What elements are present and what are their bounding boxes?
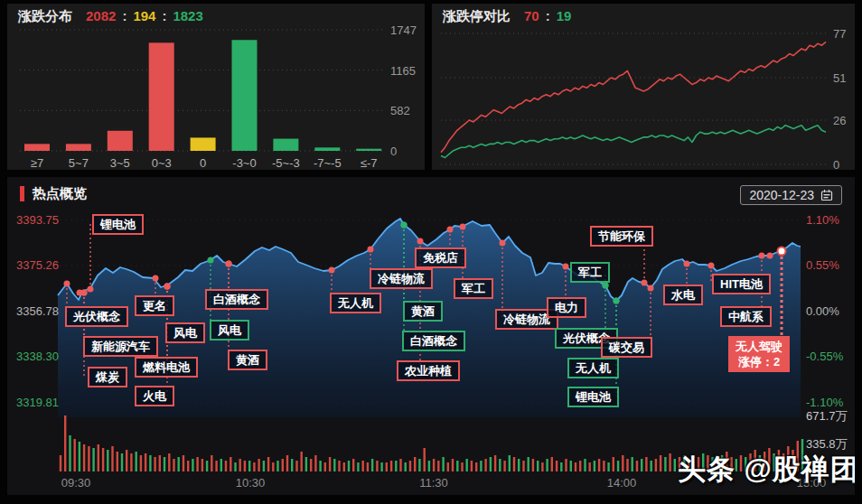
hotspot-header: 热点概览: [20, 185, 87, 202]
hotspot-tag[interactable]: HIT电池: [712, 274, 771, 294]
hotspot-tag[interactable]: 免税店: [415, 247, 466, 268]
svg-text:3~5: 3~5: [110, 156, 130, 170]
time-axis-label: 09:30: [61, 476, 91, 490]
hotspot-tag[interactable]: 白酒概念: [402, 331, 465, 351]
hotspot-tag[interactable]: 光伏概念: [65, 306, 128, 327]
time-axis-label: 11:30: [419, 476, 448, 490]
price-axis-label: 3393.75: [16, 213, 59, 228]
panel-limit-compare: 涨跌停对比 70 : 19 0265177: [432, 4, 855, 170]
limit-compare-header: 涨跌停对比 70 : 19: [443, 7, 571, 25]
volume-axis-label: 335.8万: [806, 437, 848, 452]
panel-hotspot-overview: 热点概览 2020-12-23 3393.753375.263356.78333…: [7, 177, 855, 495]
hotspot-tag[interactable]: 煤炭: [88, 367, 127, 387]
limit-compare-title: 涨跌停对比: [443, 7, 511, 25]
svg-text:≤-7: ≤-7: [361, 156, 378, 170]
distribution-header: 涨跌分布 2082 : 194 : 1823: [18, 7, 203, 25]
limit-compare-line-chart: 0265177: [432, 4, 855, 170]
hotspot-title: 热点概览: [33, 185, 87, 202]
limit-down-count: 19: [557, 7, 572, 25]
svg-text:-5~-3: -5~-3: [272, 156, 300, 170]
svg-text:1747: 1747: [390, 23, 417, 37]
percent-axis-label: 0.55%: [806, 258, 839, 273]
separator: :: [122, 7, 126, 25]
percent-axis-label: 1.10%: [806, 213, 839, 228]
svg-text:0: 0: [833, 158, 839, 170]
svg-text:26: 26: [833, 114, 846, 127]
hotspot-tag[interactable]: 锂电池: [567, 387, 619, 407]
svg-text:5~7: 5~7: [69, 156, 89, 170]
hotspot-tag[interactable]: 锂电池: [92, 214, 144, 235]
svg-text:51: 51: [833, 71, 846, 85]
separator: :: [162, 7, 166, 25]
hotspot-tag[interactable]: 节能环保: [590, 226, 653, 247]
svg-text:1165: 1165: [390, 64, 416, 78]
hotspot-tag[interactable]: 燃料电池: [135, 357, 198, 378]
hotspot-tag[interactable]: 军工: [570, 262, 610, 283]
hotspot-tag[interactable]: 电力: [547, 297, 586, 318]
hotspot-tag[interactable]: 黄酒: [403, 301, 443, 322]
hotspot-tag[interactable]: 风电: [165, 322, 205, 343]
date-value: 2020-12-23: [749, 188, 814, 202]
svg-text:77: 77: [833, 27, 846, 41]
hotspot-tag[interactable]: 农业种植: [397, 360, 460, 381]
decliners-count: 1823: [173, 7, 202, 25]
separator: :: [546, 7, 550, 25]
svg-text:582: 582: [390, 104, 410, 117]
hotspot-tag[interactable]: 黄酒: [228, 350, 267, 370]
hotspot-tag[interactable]: 冷链物流: [370, 268, 433, 289]
time-axis-label: 10:30: [236, 476, 266, 490]
distribution-title: 涨跌分布: [18, 7, 72, 25]
unchanged-count: 194: [133, 7, 155, 25]
volume-axis-label: 671.7万: [806, 409, 848, 424]
hotspot-tag[interactable]: 军工: [454, 278, 493, 299]
hotspot-tag[interactable]: 白酒概念: [205, 289, 268, 310]
hotspot-annotations: 3393.753375.263356.783338.303319.811.10%…: [7, 177, 855, 495]
svg-text:0~3: 0~3: [152, 156, 172, 170]
panel-distribution: 涨跌分布 2082 : 194 : 1823 058211651747≥75~7…: [7, 4, 425, 170]
hotspot-tag[interactable]: 新能源汽车: [83, 336, 158, 357]
svg-text:-7~-5: -7~-5: [314, 156, 342, 170]
hotspot-tag[interactable]: 无人驾驶涨停：2: [728, 336, 790, 372]
hotspot-tag[interactable]: 无人机: [330, 293, 381, 313]
hotspot-tag[interactable]: 中航系: [720, 306, 772, 327]
hotspot-tag[interactable]: 水电: [663, 285, 703, 305]
hotspot-tag[interactable]: 火电: [135, 386, 174, 406]
price-axis-label: 3319.81: [16, 396, 59, 410]
hotspot-tag[interactable]: 碳交易: [601, 337, 652, 358]
time-axis-label: 14:00: [607, 476, 637, 490]
price-axis-label: 3375.26: [16, 258, 59, 273]
price-axis-label: 3338.30: [16, 350, 59, 364]
svg-text:0: 0: [390, 145, 397, 158]
limit-up-count: 70: [524, 7, 539, 25]
date-picker[interactable]: 2020-12-23: [740, 185, 842, 205]
hotspot-tag[interactable]: 更名: [135, 295, 174, 316]
distribution-bar-chart: 058211651747≥75~73~50~30-3~0-5~-3-7~-5≤-…: [7, 4, 425, 170]
panel-accent-bar: [20, 186, 24, 201]
hotspot-tag[interactable]: 风电: [210, 320, 249, 341]
hotspot-tag[interactable]: 无人机: [567, 358, 619, 378]
svg-text:≥7: ≥7: [31, 156, 43, 170]
percent-axis-label: 0.00%: [806, 304, 839, 319]
svg-text:0: 0: [200, 156, 206, 170]
watermark: 头条 @股禅团长: [678, 451, 855, 489]
advancers-count: 2082: [86, 7, 116, 25]
stock-dashboard: 涨跌分布 2082 : 194 : 1823 058211651747≥75~7…: [0, 0, 862, 504]
calendar-icon: [820, 189, 833, 201]
percent-axis-label: -0.55%: [806, 350, 843, 364]
svg-text:-3~0: -3~0: [232, 156, 256, 170]
percent-axis-label: -1.10%: [806, 396, 843, 410]
price-axis-label: 3356.78: [16, 304, 59, 319]
